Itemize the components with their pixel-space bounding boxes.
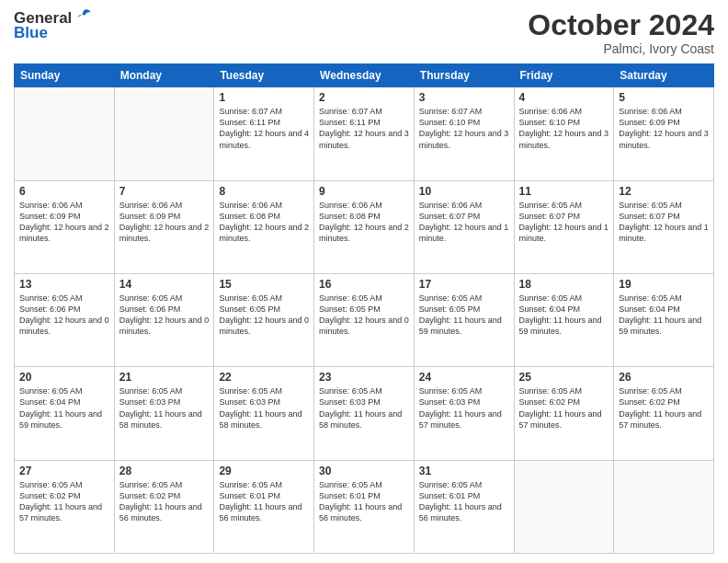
table-row: 28Sunrise: 6:05 AM Sunset: 6:02 PM Dayli… (114, 460, 214, 553)
table-row: 17Sunrise: 6:05 AM Sunset: 6:05 PM Dayli… (414, 273, 514, 366)
day-info: Sunrise: 6:05 AM Sunset: 6:03 PM Dayligh… (419, 385, 509, 431)
day-number: 9 (319, 185, 409, 198)
table-row: 9Sunrise: 6:06 AM Sunset: 6:08 PM Daylig… (314, 180, 415, 273)
day-number: 17 (419, 278, 509, 291)
table-row: 13Sunrise: 6:05 AM Sunset: 6:06 PM Dayli… (15, 273, 115, 366)
day-info: Sunrise: 6:05 AM Sunset: 6:05 PM Dayligh… (419, 293, 509, 338)
day-info: Sunrise: 6:05 AM Sunset: 6:02 PM Dayligh… (519, 385, 609, 431)
day-info: Sunrise: 6:05 AM Sunset: 6:04 PM Dayligh… (519, 293, 609, 338)
day-number: 19 (619, 278, 709, 291)
day-info: Sunrise: 6:05 AM Sunset: 6:06 PM Dayligh… (19, 293, 109, 338)
table-row: 1Sunrise: 6:07 AM Sunset: 6:11 PM Daylig… (214, 87, 314, 180)
day-number: 6 (19, 185, 109, 198)
day-info: Sunrise: 6:05 AM Sunset: 6:06 PM Dayligh… (119, 293, 210, 338)
table-row: 19Sunrise: 6:05 AM Sunset: 6:04 PM Dayli… (614, 273, 714, 366)
calendar-week-row: 20Sunrise: 6:05 AM Sunset: 6:04 PM Dayli… (15, 367, 714, 460)
table-row: 21Sunrise: 6:05 AM Sunset: 6:03 PM Dayli… (114, 367, 214, 460)
calendar-week-row: 1Sunrise: 6:07 AM Sunset: 6:11 PM Daylig… (15, 87, 714, 180)
location: Palmci, Ivory Coast (528, 41, 714, 56)
table-row: 30Sunrise: 6:05 AM Sunset: 6:01 PM Dayli… (314, 460, 415, 553)
table-row: 15Sunrise: 6:05 AM Sunset: 6:05 PM Dayli… (214, 273, 314, 366)
day-number: 29 (219, 465, 309, 477)
day-info: Sunrise: 6:05 AM Sunset: 6:03 PM Dayligh… (219, 385, 309, 431)
logo-bird-icon (74, 6, 94, 27)
day-number: 8 (219, 185, 309, 198)
calendar-week-row: 13Sunrise: 6:05 AM Sunset: 6:06 PM Dayli… (15, 273, 714, 366)
day-info: Sunrise: 6:05 AM Sunset: 6:02 PM Dayligh… (19, 479, 109, 524)
day-info: Sunrise: 6:05 AM Sunset: 6:02 PM Dayligh… (119, 479, 210, 524)
weekday-header-row: Sunday Monday Tuesday Wednesday Thursday… (15, 64, 714, 87)
day-number: 12 (619, 185, 709, 198)
day-info: Sunrise: 6:07 AM Sunset: 6:11 PM Dayligh… (219, 106, 309, 151)
day-info: Sunrise: 6:05 AM Sunset: 6:03 PM Dayligh… (319, 385, 409, 431)
calendar-week-row: 6Sunrise: 6:06 AM Sunset: 6:09 PM Daylig… (15, 180, 714, 273)
table-row: 3Sunrise: 6:07 AM Sunset: 6:10 PM Daylig… (414, 87, 514, 180)
calendar-table: Sunday Monday Tuesday Wednesday Thursday… (14, 63, 714, 554)
header-sunday: Sunday (15, 64, 115, 87)
table-row: 26Sunrise: 6:05 AM Sunset: 6:02 PM Dayli… (614, 367, 714, 460)
table-row: 8Sunrise: 6:06 AM Sunset: 6:08 PM Daylig… (214, 180, 314, 273)
day-number: 23 (319, 371, 409, 384)
day-number: 4 (519, 91, 609, 104)
header-saturday: Saturday (614, 64, 714, 87)
day-number: 11 (519, 185, 609, 198)
table-row: 18Sunrise: 6:05 AM Sunset: 6:04 PM Dayli… (514, 273, 614, 366)
day-number: 7 (119, 185, 210, 198)
table-row: 4Sunrise: 6:06 AM Sunset: 6:10 PM Daylig… (514, 87, 614, 180)
table-row: 11Sunrise: 6:05 AM Sunset: 6:07 PM Dayli… (514, 180, 614, 273)
table-row: 16Sunrise: 6:05 AM Sunset: 6:05 PM Dayli… (314, 273, 415, 366)
day-number: 10 (419, 185, 509, 198)
table-row: 2Sunrise: 6:07 AM Sunset: 6:11 PM Daylig… (314, 87, 415, 180)
day-info: Sunrise: 6:06 AM Sunset: 6:09 PM Dayligh… (119, 200, 210, 245)
day-info: Sunrise: 6:05 AM Sunset: 6:05 PM Dayligh… (319, 293, 409, 338)
day-number: 16 (319, 278, 409, 291)
day-number: 25 (519, 371, 609, 384)
day-number: 21 (119, 371, 210, 384)
table-row (514, 460, 614, 553)
table-row: 31Sunrise: 6:05 AM Sunset: 6:01 PM Dayli… (414, 460, 514, 553)
day-number: 27 (19, 465, 109, 477)
month-title: October 2024 (528, 9, 714, 41)
day-number: 30 (319, 465, 409, 477)
table-row: 5Sunrise: 6:06 AM Sunset: 6:09 PM Daylig… (614, 87, 714, 180)
header-tuesday: Tuesday (214, 64, 314, 87)
header: General Blue October 2024 Palmci, Ivory … (14, 9, 714, 56)
day-number: 5 (619, 91, 709, 104)
day-info: Sunrise: 6:05 AM Sunset: 6:04 PM Dayligh… (619, 293, 709, 338)
day-number: 24 (419, 371, 509, 384)
header-friday: Friday (514, 64, 614, 87)
table-row: 24Sunrise: 6:05 AM Sunset: 6:03 PM Dayli… (414, 367, 514, 460)
day-info: Sunrise: 6:06 AM Sunset: 6:08 PM Dayligh… (219, 200, 309, 245)
day-number: 18 (519, 278, 609, 291)
table-row: 23Sunrise: 6:05 AM Sunset: 6:03 PM Dayli… (314, 367, 415, 460)
header-thursday: Thursday (414, 64, 514, 87)
day-number: 15 (219, 278, 309, 291)
day-info: Sunrise: 6:05 AM Sunset: 6:01 PM Dayligh… (319, 479, 409, 524)
day-number: 13 (19, 278, 109, 291)
day-info: Sunrise: 6:05 AM Sunset: 6:07 PM Dayligh… (619, 200, 709, 245)
day-number: 20 (19, 371, 109, 384)
table-row: 22Sunrise: 6:05 AM Sunset: 6:03 PM Dayli… (214, 367, 314, 460)
day-info: Sunrise: 6:05 AM Sunset: 6:02 PM Dayligh… (619, 385, 709, 431)
day-number: 3 (419, 91, 509, 104)
day-info: Sunrise: 6:06 AM Sunset: 6:08 PM Dayligh… (319, 200, 409, 245)
day-info: Sunrise: 6:05 AM Sunset: 6:04 PM Dayligh… (19, 385, 109, 431)
table-row (614, 460, 714, 553)
table-row: 29Sunrise: 6:05 AM Sunset: 6:01 PM Dayli… (214, 460, 314, 553)
table-row: 10Sunrise: 6:06 AM Sunset: 6:07 PM Dayli… (414, 180, 514, 273)
table-row: 20Sunrise: 6:05 AM Sunset: 6:04 PM Dayli… (15, 367, 115, 460)
title-block: October 2024 Palmci, Ivory Coast (528, 9, 714, 56)
day-number: 14 (119, 278, 210, 291)
day-info: Sunrise: 6:05 AM Sunset: 6:05 PM Dayligh… (219, 293, 309, 338)
day-info: Sunrise: 6:05 AM Sunset: 6:03 PM Dayligh… (119, 385, 210, 431)
day-number: 28 (119, 465, 210, 477)
day-info: Sunrise: 6:06 AM Sunset: 6:09 PM Dayligh… (619, 106, 709, 151)
day-number: 31 (419, 465, 509, 477)
day-info: Sunrise: 6:07 AM Sunset: 6:11 PM Dayligh… (319, 106, 409, 151)
table-row: 6Sunrise: 6:06 AM Sunset: 6:09 PM Daylig… (15, 180, 115, 273)
table-row: 7Sunrise: 6:06 AM Sunset: 6:09 PM Daylig… (114, 180, 214, 273)
logo-blue: Blue (14, 24, 48, 42)
page-container: General Blue October 2024 Palmci, Ivory … (0, 0, 728, 563)
logo: General Blue (14, 9, 94, 42)
day-info: Sunrise: 6:06 AM Sunset: 6:09 PM Dayligh… (19, 200, 109, 245)
